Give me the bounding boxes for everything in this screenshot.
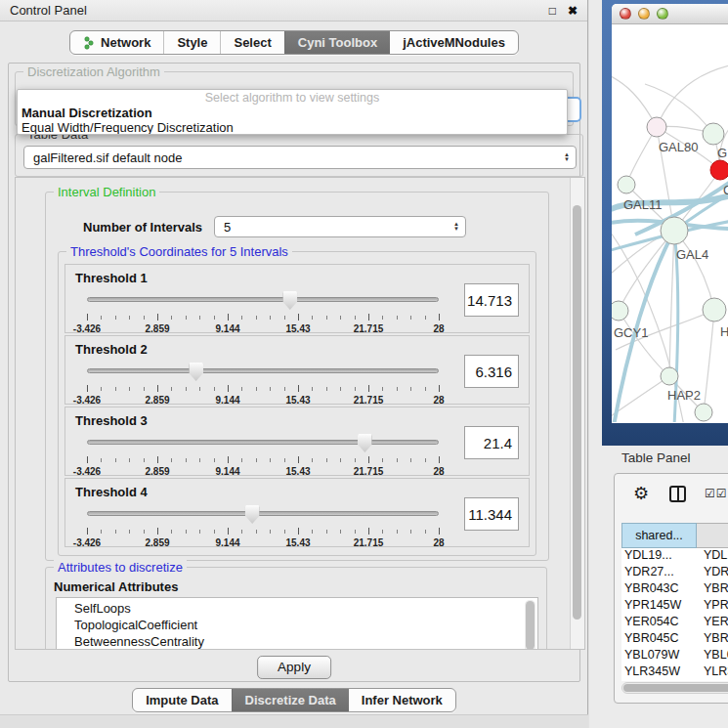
slider-track[interactable]	[87, 297, 439, 302]
column-header-name[interactable]: na	[697, 523, 728, 548]
tab-discretize-data[interactable]: Discretize Data	[232, 689, 349, 711]
threshold-value-field[interactable]: 21.4	[464, 426, 519, 459]
threshold-panel: Threshold 1 -3.4262.8599.14415.4321.7152…	[64, 264, 530, 333]
network-edge[interactable]	[669, 231, 674, 376]
threshold-slider[interactable]: -3.4262.8599.14415.4321.71528	[87, 505, 439, 544]
float-window-icon[interactable]: □	[549, 4, 556, 18]
numerical-attributes-list[interactable]: SelfLoopsTopologicalCoefficientBetweenne…	[56, 597, 538, 650]
slider-ticks	[87, 528, 439, 535]
slider-track[interactable]	[87, 368, 439, 373]
attribute-item[interactable]: BetweennessCentrality	[74, 633, 537, 650]
threshold-label: Threshold 3	[75, 413, 148, 428]
network-edge[interactable]	[704, 310, 714, 412]
close-icon[interactable]: ✖	[568, 4, 578, 18]
number-of-intervals-combobox[interactable]: 5 ▲▼	[214, 216, 466, 237]
threshold-slider[interactable]: -3.4262.8599.14415.4321.71528	[87, 291, 439, 330]
tab-jactivemnodules[interactable]: jActiveMNodules	[390, 31, 518, 54]
table-data-combobox[interactable]: galFiltered.sif default node ▲▼	[23, 146, 577, 169]
network-edge[interactable]	[657, 63, 728, 127]
gear-icon[interactable]: ⚙	[633, 483, 649, 504]
node-label: GCY1	[614, 325, 648, 340]
network-node-g[interactable]	[703, 123, 724, 145]
network-window-frame: GAL80GCGAL11GAL4GCY1HHAP2	[602, 0, 728, 446]
combo-stepper-icon: ▲▼	[564, 152, 570, 162]
slider-thumb[interactable]	[282, 291, 297, 310]
network-window: GAL80GCGAL11GAL4GCY1HHAP2	[612, 4, 728, 423]
threshold-value-field[interactable]: 11.344	[464, 497, 519, 531]
attributes-group-title: Attributes to discretize	[54, 560, 187, 575]
table-data-value: galFiltered.sif default node	[33, 150, 182, 165]
network-node-gal80[interactable]	[647, 117, 666, 137]
columns-icon[interactable]	[669, 486, 686, 502]
network-node-gcy1[interactable]	[612, 301, 628, 321]
slider-tick-labels: -3.4262.8599.14415.4321.71528	[87, 537, 439, 549]
interval-definition-group: Interval Definition Number of Intervals …	[45, 192, 549, 561]
threshold-value-field[interactable]: 6.316	[464, 355, 519, 388]
node-label: H	[720, 324, 728, 339]
node-label: G	[717, 146, 727, 160]
thresholds-group: Threshold's Coordinates for 5 Intervals …	[58, 251, 536, 556]
screen: Control Panel □ ✖ Network Sty	[0, 0, 728, 728]
network-window-titlebar	[612, 4, 728, 24]
tab-select[interactable]: Select	[220, 31, 283, 54]
threshold-slider[interactable]: -3.4262.8599.14415.4321.71528	[87, 363, 439, 402]
select-columns-icon[interactable]: ☑☑	[705, 487, 728, 500]
interval-group-title: Interval Definition	[54, 185, 159, 199]
table-row[interactable]: YBR045CYBR0	[621, 631, 728, 648]
threshold-slider[interactable]: -3.4262.8599.14415.4321.71528	[87, 434, 439, 473]
tab-network[interactable]: Network	[70, 31, 163, 54]
algorithm-option-manual[interactable]: Manual Discretization	[18, 106, 567, 120]
attribute-item[interactable]: SelfLoops	[74, 600, 537, 617]
control-panel: Control Panel □ ✖ Network Sty	[0, 0, 588, 728]
network-node-hap2[interactable]	[661, 367, 678, 385]
column-header-shared-name[interactable]: shared...	[621, 523, 697, 548]
slider-thumb[interactable]	[358, 434, 372, 452]
threshold-label: Threshold 4	[75, 485, 148, 499]
attributes-scrollbar[interactable]	[525, 600, 535, 650]
algorithm-dropdown-popup: Select algorithm to view settings Manual…	[17, 89, 568, 135]
algorithm-option-equal-width[interactable]: Equal Width/Frequency Discretization	[18, 120, 567, 135]
tab-cyni-toolbox[interactable]: Cyni Toolbox	[284, 31, 390, 54]
table-row[interactable]: YPR145WYPR1	[621, 598, 728, 615]
node-label: GAL80	[659, 140, 698, 154]
table-row[interactable]: YER054CYER0	[621, 615, 728, 631]
slider-thumb[interactable]	[245, 505, 260, 524]
attributes-group: Attributes to discretize Numerical Attri…	[45, 567, 547, 650]
close-light-icon[interactable]	[620, 8, 631, 20]
node-label: HAP2	[667, 388, 701, 403]
slider-track[interactable]	[87, 440, 439, 445]
table-header-row: shared... na	[621, 523, 728, 548]
network-node-h[interactable]	[703, 298, 726, 321]
threshold-value-field[interactable]: 14.713	[464, 283, 519, 317]
table-data-group: Table Data galFiltered.sif default node …	[15, 134, 583, 177]
slider-tick-labels: -3.4262.8599.14415.4321.71528	[87, 466, 439, 478]
table-row[interactable]: YBR043CYBR0	[621, 581, 728, 598]
tab-impute-data[interactable]: Impute Data	[133, 689, 231, 711]
slider-track[interactable]	[87, 511, 439, 516]
bottom-tab-bar: Impute Data Discretize Data Infer Networ…	[0, 688, 588, 712]
tab-style[interactable]: Style	[163, 31, 220, 54]
minimize-light-icon[interactable]	[638, 8, 650, 20]
apply-button[interactable]: Apply	[257, 656, 331, 679]
network-node-gal11[interactable]	[618, 176, 635, 193]
threshold-panel: Threshold 2 -3.4262.8599.14415.4321.7152…	[64, 335, 530, 405]
table-row[interactable]: YDR27...YDR2	[621, 565, 728, 581]
slider-thumb[interactable]	[189, 363, 203, 381]
network-node-c[interactable]	[710, 160, 728, 180]
table-row[interactable]: YLR345WYLR3	[621, 664, 728, 681]
threshold-label: Threshold 1	[75, 271, 148, 285]
network-node[interactable]	[695, 404, 712, 421]
slider-ticks	[87, 314, 439, 321]
node-label: C	[723, 183, 728, 197]
table-horizontal-scrollbar[interactable]	[621, 682, 728, 694]
network-canvas[interactable]: GAL80GCGAL11GAL4GCY1HHAP2	[612, 24, 728, 422]
network-graph: GAL80GCGAL11GAL4GCY1HHAP2	[612, 24, 728, 422]
attribute-item[interactable]: TopologicalCoefficient	[74, 617, 537, 633]
tab-infer-network[interactable]: Infer Network	[349, 689, 455, 711]
network-node-gal4[interactable]	[661, 217, 688, 244]
threshold-list: Threshold 1 -3.4262.8599.14415.4321.7152…	[64, 264, 530, 547]
zoom-light-icon[interactable]	[657, 8, 668, 20]
main-scrollbar[interactable]	[570, 178, 584, 649]
table-row[interactable]: YBL079WYBL0	[621, 648, 728, 664]
table-row[interactable]: YDL19...YDL1	[621, 548, 728, 565]
